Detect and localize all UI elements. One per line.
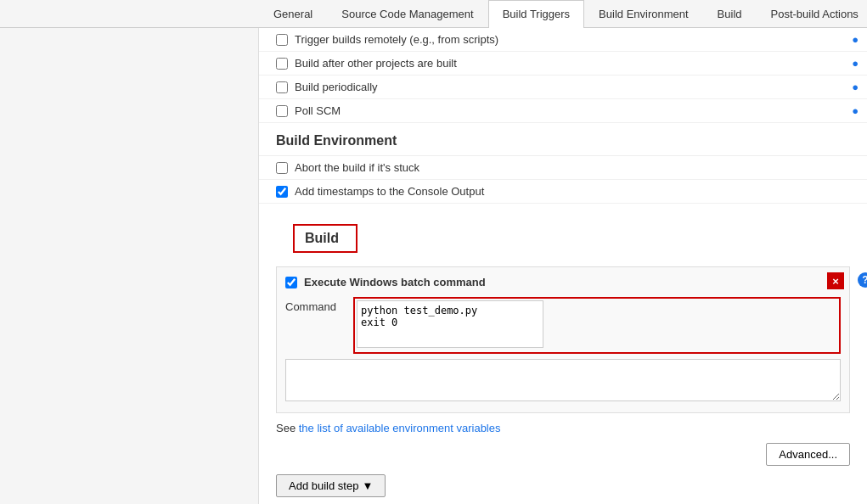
build-periodically-label: Build periodically bbox=[295, 81, 378, 93]
advanced-button[interactable]: Advanced... bbox=[766, 443, 850, 466]
add-timestamps-checkbox[interactable] bbox=[276, 186, 288, 198]
trigger-remote-row: Trigger builds remotely (e.g., from scri… bbox=[259, 28, 867, 52]
env-link[interactable]: the list of available environment variab… bbox=[299, 422, 501, 434]
abort-stuck-label: Abort the build if it's stuck bbox=[295, 161, 419, 174]
poll-scm-help[interactable]: ● bbox=[852, 104, 867, 117]
poll-scm-label: Poll SCM bbox=[295, 104, 341, 117]
command-textarea-extra[interactable] bbox=[285, 359, 841, 401]
add-build-step-button[interactable]: Add build step ▼ bbox=[276, 474, 386, 497]
advanced-row: Advanced... bbox=[276, 443, 850, 466]
build-after-help[interactable]: ● bbox=[852, 57, 867, 70]
tab-post-build[interactable]: Post-build Actions bbox=[757, 0, 867, 27]
sidebar bbox=[0, 28, 259, 504]
help-icon: ? bbox=[862, 274, 867, 286]
env-link-row: See the list of available environment va… bbox=[276, 422, 850, 434]
help-circle-button[interactable]: ? bbox=[858, 272, 867, 288]
tab-general[interactable]: General bbox=[259, 0, 327, 27]
tab-build-environment[interactable]: Build Environment bbox=[584, 0, 703, 27]
add-build-step-label: Add build step bbox=[289, 479, 358, 492]
abort-stuck-checkbox[interactable] bbox=[276, 162, 288, 174]
env-link-prefix: See bbox=[276, 422, 299, 434]
execute-checkbox[interactable] bbox=[285, 277, 297, 288]
dropdown-arrow-icon: ▼ bbox=[362, 479, 373, 492]
content-area: Trigger builds remotely (e.g., from scri… bbox=[259, 28, 867, 504]
build-periodically-checkbox[interactable] bbox=[276, 81, 288, 93]
delete-icon: × bbox=[832, 276, 839, 287]
build-periodically-row: Build periodically ● bbox=[259, 76, 867, 99]
build-after-checkbox[interactable] bbox=[276, 58, 288, 70]
build-after-row: Build after other projects are built ● bbox=[259, 52, 867, 76]
poll-scm-row: Poll SCM ● bbox=[259, 99, 867, 123]
execute-title: Execute Windows batch command bbox=[304, 276, 486, 288]
tab-source-code[interactable]: Source Code Management bbox=[327, 0, 487, 27]
execute-block: Execute Windows batch command × ? Comman… bbox=[276, 266, 850, 413]
poll-scm-checkbox[interactable] bbox=[276, 105, 288, 117]
trigger-remote-help[interactable]: ● bbox=[852, 33, 867, 46]
execute-header: Execute Windows batch command bbox=[285, 276, 841, 288]
command-label: Command bbox=[285, 297, 345, 313]
build-environment-title: Build Environment bbox=[259, 123, 867, 156]
delete-execute-button[interactable]: × bbox=[827, 272, 844, 289]
add-timestamps-row: Add timestamps to the Console Output bbox=[259, 180, 867, 204]
abort-stuck-row: Abort the build if it's stuck bbox=[259, 156, 867, 180]
build-after-label: Build after other projects are built bbox=[295, 57, 457, 70]
main-content: Trigger builds remotely (e.g., from scri… bbox=[0, 28, 867, 504]
command-input[interactable] bbox=[357, 300, 543, 348]
tabs-bar: General Source Code Management Build Tri… bbox=[0, 0, 867, 28]
tab-build[interactable]: Build bbox=[703, 0, 757, 27]
command-input-wrapper bbox=[353, 297, 841, 354]
build-periodically-help[interactable]: ● bbox=[852, 81, 867, 93]
trigger-remote-label: Trigger builds remotely (e.g., from scri… bbox=[295, 33, 498, 46]
build-section-box: Build bbox=[293, 224, 357, 253]
tab-build-triggers[interactable]: Build Triggers bbox=[488, 0, 584, 28]
page-wrapper: General Source Code Management Build Tri… bbox=[0, 0, 867, 504]
add-timestamps-label: Add timestamps to the Console Output bbox=[295, 185, 484, 198]
command-row: Command bbox=[285, 297, 841, 354]
trigger-remote-checkbox[interactable] bbox=[276, 34, 288, 46]
add-build-row: Add build step ▼ bbox=[276, 474, 850, 497]
build-title: Build bbox=[305, 231, 339, 245]
